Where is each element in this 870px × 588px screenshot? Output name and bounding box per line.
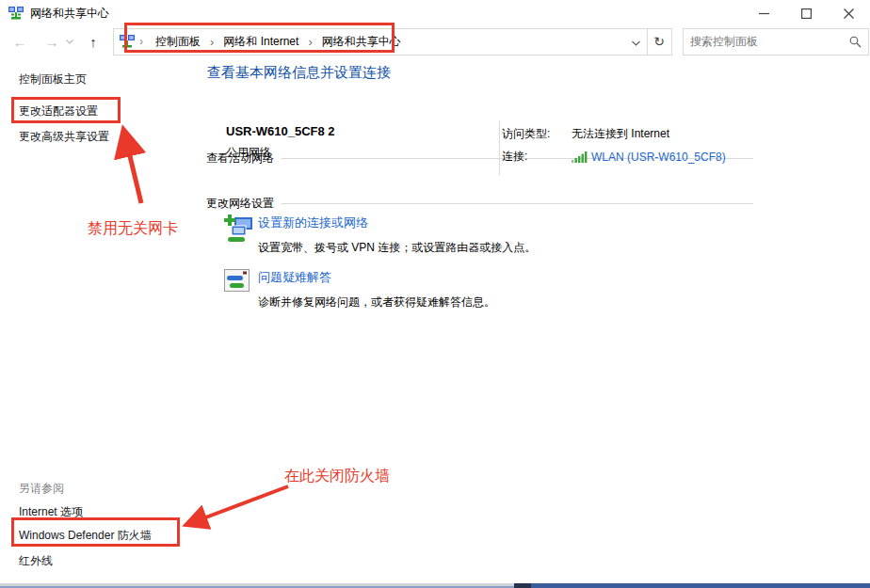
- sidebar-item-internet-options[interactable]: Internet 选项: [19, 504, 83, 520]
- access-type-label: 访问类型:: [502, 126, 572, 142]
- search-box[interactable]: [683, 28, 869, 56]
- back-button[interactable]: ←: [8, 29, 32, 54]
- recent-pages-dropdown[interactable]: [64, 29, 75, 54]
- new-connection-link[interactable]: 设置新的连接或网络: [258, 215, 733, 231]
- arrow-to-adapter-settings: [124, 133, 141, 203]
- network-name: USR-W610_5CF8 2: [226, 124, 335, 138]
- troubleshoot-icon: [224, 269, 250, 294]
- window-bottom-edge: [0, 583, 870, 588]
- bottom-edge-blue: [531, 583, 870, 588]
- active-network-summary: USR-W610_5CF8 2 公用网络: [226, 124, 335, 161]
- connection-label: 连接:: [502, 149, 572, 165]
- sidebar-item-change-advanced-sharing[interactable]: 更改高级共享设置: [19, 129, 109, 145]
- breadcrumb-chevron-icon[interactable]: ›: [135, 35, 148, 48]
- window-title: 网络和共享中心: [30, 6, 109, 22]
- wifi-signal-icon: [572, 151, 588, 163]
- address-bar[interactable]: › 控制面板 › 网络和 Internet › 网络和共享中心 ↻: [113, 28, 672, 56]
- breadcrumb-separator-icon[interactable]: ›: [306, 35, 314, 49]
- sidebar-item-infrared[interactable]: 红外线: [19, 553, 53, 569]
- bottom-edge-light: [0, 583, 514, 588]
- divider: [647, 29, 648, 55]
- sidebar-item-control-panel-home[interactable]: 控制面板主页: [19, 72, 87, 87]
- refresh-button[interactable]: ↻: [649, 34, 669, 49]
- close-icon: [844, 8, 854, 19]
- divider: [499, 120, 500, 175]
- access-type-value: 无法连接到 Internet: [572, 126, 669, 142]
- chevron-down-icon: [632, 40, 640, 46]
- breadcrumb-separator-icon[interactable]: ›: [208, 35, 216, 49]
- search-icon[interactable]: [849, 36, 862, 48]
- minimize-button[interactable]: [743, 0, 785, 26]
- breadcrumb-network-sharing-center[interactable]: 网络和共享中心: [314, 34, 409, 50]
- main-content: 查看基本网络信息并设置连接 查看活动网络 USR-W610_5CF8 2 公用网…: [206, 56, 753, 583]
- see-also-header: 另请参阅: [19, 481, 64, 497]
- breadcrumb-network-internet[interactable]: 网络和 Internet: [216, 34, 306, 50]
- troubleshoot-link[interactable]: 问题疑难解答: [258, 269, 733, 286]
- annotation-close-firewall-note: 在此关闭防火墙: [284, 467, 390, 486]
- maximize-icon: [801, 8, 812, 19]
- sidebar-item-windows-defender-firewall[interactable]: Windows Defender 防火墙: [19, 528, 152, 544]
- network-share-icon: [120, 34, 135, 49]
- maximize-button[interactable]: [785, 0, 828, 26]
- wlan-connection-link[interactable]: WLAN (USR-W610_5CF8): [591, 151, 726, 164]
- address-dropdown-button[interactable]: [625, 33, 646, 50]
- change-network-settings-section-header: 更改网络设置: [206, 196, 753, 212]
- task-troubleshoot: 问题疑难解答 诊断并修复网络问题，或者获得疑难解答信息。: [224, 269, 733, 310]
- page-title: 查看基本网络信息并设置连接: [207, 64, 391, 82]
- up-button[interactable]: ↑: [81, 29, 105, 54]
- section-label: 更改网络设置: [206, 196, 274, 212]
- close-button[interactable]: [828, 0, 870, 26]
- search-input[interactable]: [690, 35, 849, 48]
- breadcrumb-control-panel[interactable]: 控制面板: [148, 34, 208, 50]
- forward-button[interactable]: →: [40, 29, 64, 54]
- network-share-icon: [8, 6, 24, 21]
- sidebar-item-change-adapter-settings[interactable]: 更改适配器设置: [19, 103, 98, 119]
- navigation-toolbar: ← → ↑ › 控制面板 › 网络和 Internet › 网络和共享中心: [0, 26, 870, 56]
- new-connection-description: 设置宽带、拨号或 VPN 连接；或设置路由器或接入点。: [258, 240, 733, 256]
- bottom-edge-dark: [514, 583, 531, 588]
- network-sharing-center-window: 网络和共享中心 ← → ↑: [0, 0, 870, 588]
- divider: [282, 203, 753, 204]
- title-bar: 网络和共享中心: [0, 0, 870, 26]
- annotation-disable-adapter-note: 禁用无关网卡: [88, 219, 178, 239]
- task-new-connection: 设置新的连接或网络 设置宽带、拨号或 VPN 连接；或设置路由器或接入点。: [224, 215, 733, 256]
- network-profile: 公用网络: [226, 145, 335, 161]
- chevron-down-icon: [66, 40, 73, 44]
- active-network-details: 访问类型: 无法连接到 Internet 连接: WLAN (USR-W610_…: [502, 126, 726, 171]
- minimize-icon: [759, 8, 769, 19]
- troubleshoot-description: 诊断并修复网络问题，或者获得疑难解答信息。: [258, 294, 733, 310]
- new-connection-icon: [224, 215, 254, 244]
